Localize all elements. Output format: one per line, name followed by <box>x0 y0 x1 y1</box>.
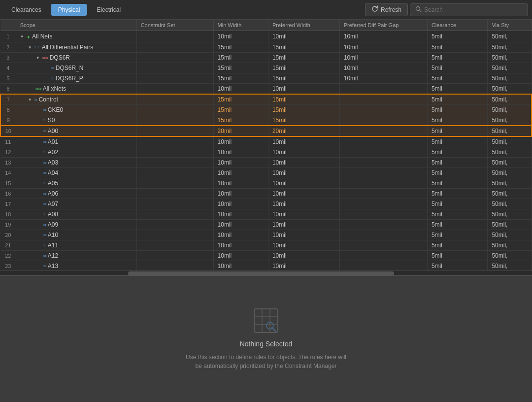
row-pref-diff-gap: 10mil <box>339 53 427 63</box>
row-num: 16 <box>0 189 16 199</box>
row-name: DQS6R <box>50 54 70 61</box>
table-row[interactable]: 10≈A0020mil20mil5mil50mil, <box>0 126 532 136</box>
col-num <box>0 20 16 31</box>
row-pref-width: 10mil <box>268 261 339 271</box>
table-row[interactable]: 14≈A0410mil10mil5mil50mil, <box>0 168 532 178</box>
row-pref-width: 10mil <box>268 189 339 199</box>
row-scope: ≈A13 <box>16 261 136 271</box>
row-scope: ≈DQS6R_N <box>16 63 136 73</box>
row-pref-width: 10mil <box>268 209 339 220</box>
row-clearance: 5mil <box>427 53 488 63</box>
row-clearance: 5mil <box>427 63 488 73</box>
row-constraint <box>136 31 213 42</box>
table-row[interactable]: 9≈S015mil15mil5mil50mil, <box>0 115 532 126</box>
scrollbar-thumb[interactable] <box>128 271 394 275</box>
table-row[interactable]: 23≈A1310mil10mil5mil50mil, <box>0 261 532 271</box>
row-scope: ≈A06 <box>16 189 136 199</box>
row-clearance: 5mil <box>427 158 488 168</box>
table-row[interactable]: 13≈A0310mil10mil5mil50mil, <box>0 158 532 168</box>
table-row[interactable]: 20≈A1010mil10mil5mil50mil, <box>0 230 532 240</box>
net-icon: ≈ <box>43 222 46 228</box>
row-via-style: 50mil, <box>488 178 532 189</box>
row-min-width: 15mil <box>213 53 268 63</box>
row-name: A05 <box>48 180 58 187</box>
net-icon: ≈ <box>43 211 46 217</box>
table-row[interactable]: 18≈A0810mil10mil5mil50mil, <box>0 209 532 220</box>
net-icon: ≈ <box>43 107 46 113</box>
search-input[interactable] <box>424 6 523 13</box>
row-scope: ≈A05 <box>16 178 136 189</box>
table-row[interactable]: 12≈A0210mil10mil5mil50mil, <box>0 147 532 158</box>
row-scope: ≈≈All xNets <box>16 84 136 95</box>
row-pref-diff-gap <box>339 84 427 95</box>
row-name: All Differential Pairs <box>42 44 93 51</box>
refresh-button[interactable]: Refresh <box>365 3 408 16</box>
table-row[interactable]: 1▼✦All Nets10mil10mil10mil5mil50mil, <box>0 31 532 42</box>
row-name: A10 <box>48 232 58 238</box>
table-row[interactable]: 3▼≈≈DQS6R15mil15mil10mil5mil50mil, <box>0 53 532 63</box>
tab-electrical[interactable]: Electrical <box>89 4 128 16</box>
row-constraint <box>136 126 213 136</box>
table-row[interactable]: 22≈A1210mil10mil5mil50mil, <box>0 251 532 261</box>
row-name: Control <box>39 96 58 103</box>
row-min-width: 10mil <box>213 230 268 240</box>
row-via-style: 50mil, <box>488 105 532 115</box>
row-pref-diff-gap <box>339 240 427 251</box>
nothing-selected-desc: Use this section to define rules for obj… <box>186 353 346 370</box>
row-scope: ≈A12 <box>16 251 136 261</box>
row-num: 3 <box>0 53 16 63</box>
row-clearance: 5mil <box>427 220 488 230</box>
svg-rect-2 <box>254 309 278 333</box>
row-pref-width: 10mil <box>268 168 339 178</box>
row-via-style: 50mil, <box>488 189 532 199</box>
row-constraint <box>136 147 213 158</box>
table-row[interactable]: 11≈A0110mil10mil5mil50mil, <box>0 136 532 147</box>
table-row[interactable]: 21≈A1110mil10mil5mil50mil, <box>0 240 532 251</box>
table-row[interactable]: 8≈CKE015mil15mil5mil50mil, <box>0 105 532 115</box>
tab-clearances[interactable]: Clearances <box>4 4 49 16</box>
row-via-style: 50mil, <box>488 136 532 147</box>
table-row[interactable]: 6≈≈All xNets10mil10mil5mil50mil, <box>0 84 532 95</box>
row-name: A13 <box>48 263 58 269</box>
row-name: S0 <box>48 117 55 124</box>
triangle-open: ▼ <box>28 98 32 102</box>
row-min-width: 10mil <box>213 251 268 261</box>
tab-physical[interactable]: Physical <box>51 4 88 16</box>
table-row[interactable]: 2▼≈≈All Differential Pairs15mil15mil10mi… <box>0 42 532 53</box>
row-constraint <box>136 251 213 261</box>
row-clearance: 5mil <box>427 189 488 199</box>
constraints-table: Scope Constraint Set Min Width Preferred… <box>0 20 532 270</box>
row-scope: ▼≈Control <box>16 94 136 105</box>
row-num: 1 <box>0 31 16 42</box>
table-row[interactable]: 19≈A0910mil10mil5mil50mil, <box>0 220 532 230</box>
table-row[interactable]: 15≈A0510mil10mil5mil50mil, <box>0 178 532 189</box>
row-min-width: 10mil <box>213 178 268 189</box>
col-clearance: Clearance <box>427 20 488 31</box>
row-pref-width: 10mil <box>268 147 339 158</box>
row-via-style: 50mil, <box>488 261 532 271</box>
row-name: All xNets <box>43 85 66 92</box>
row-num: 11 <box>0 136 16 147</box>
refresh-label: Refresh <box>381 6 401 13</box>
table-row[interactable]: 16≈A0610mil10mil5mil50mil, <box>0 189 532 199</box>
row-clearance: 5mil <box>427 73 488 84</box>
row-scope: ≈DQS6R_P <box>16 73 136 84</box>
row-name: A06 <box>48 190 58 197</box>
row-clearance: 5mil <box>427 31 488 42</box>
triangle-open: ▼ <box>28 45 32 50</box>
row-num: 2 <box>0 42 16 53</box>
horizontal-scrollbar[interactable] <box>0 270 532 275</box>
row-via-style: 50mil, <box>488 115 532 126</box>
row-via-style: 50mil, <box>488 199 532 209</box>
row-min-width: 10mil <box>213 199 268 209</box>
row-via-style: 50mil, <box>488 168 532 178</box>
table-row[interactable]: 17≈A0710mil10mil5mil50mil, <box>0 199 532 209</box>
table-container[interactable]: Scope Constraint Set Min Width Preferred… <box>0 20 532 270</box>
row-num: 4 <box>0 63 16 73</box>
row-num: 5 <box>0 73 16 84</box>
table-row[interactable]: 5≈DQS6R_P15mil15mil10mil5mil50mil, <box>0 73 532 84</box>
table-row[interactable]: 7▼≈Control15mil15mil5mil50mil, <box>0 94 532 105</box>
search-box[interactable] <box>410 3 528 16</box>
table-row[interactable]: 4≈DQS6R_N15mil15mil10mil5mil50mil, <box>0 63 532 73</box>
row-pref-diff-gap <box>339 261 427 271</box>
